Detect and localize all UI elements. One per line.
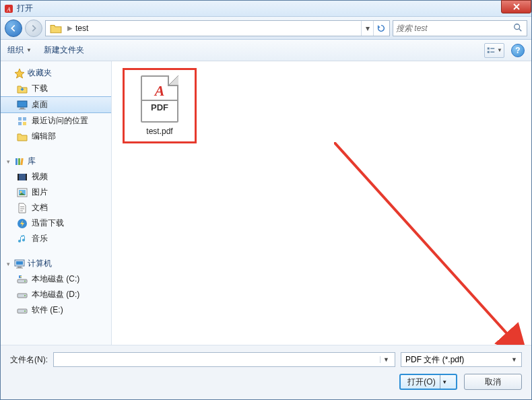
tree-favorites: 收藏夹 下载 桌面 最近访问的位置 编辑部 [1,65,111,144]
svg-rect-12 [23,117,26,121]
sidebar-item-thunder[interactable]: 迅雷下载 [1,215,111,231]
tree-item-label: 下载 [32,83,48,94]
music-icon [17,234,28,244]
help-button[interactable]: ? [511,44,525,57]
app-icon: A [3,3,14,14]
search-icon[interactable] [513,23,524,34]
svg-point-34 [24,295,26,296]
tree-label: 计算机 [28,258,52,269]
svg-rect-16 [18,158,20,165]
folder-icon [17,131,28,142]
svg-line-37 [334,142,523,345]
filename-combobox[interactable]: ▼ [53,352,395,367]
filename-label: 文件名(N): [10,354,48,366]
search-input[interactable] [396,24,513,33]
tree-item-label: 软件 (E:) [32,304,63,316]
svg-rect-15 [15,158,18,165]
forward-button[interactable] [25,20,42,37]
cancel-button[interactable]: 取消 [464,374,522,390]
sidebar-item-drive-c[interactable]: 本地磁盘 (C:) [1,271,111,287]
svg-rect-8 [18,101,27,107]
download-folder-icon [17,84,28,94]
svg-rect-27 [18,267,22,268]
sidebar-item-documents[interactable]: 文档 [1,200,111,215]
new-folder-button[interactable]: 新建文件夹 [44,44,84,56]
tree-header-favorites[interactable]: 收藏夹 [1,65,111,81]
filter-label: PDF 文件 (*.pdf) [405,354,464,366]
tree-item-label: 桌面 [32,99,48,110]
svg-line-3 [519,28,522,31]
open-button[interactable]: 打开(O) ▼ [399,374,457,390]
tree-item-label: 最近访问的位置 [32,115,88,127]
pdf-file-icon: A PDF [141,75,178,123]
chevron-right-icon: ▶ [67,24,73,32]
file-type-filter[interactable]: PDF 文件 (*.pdf) ▼ [401,352,522,367]
sidebar-item-desktop[interactable]: 桌面 [1,96,111,113]
caret-down-icon[interactable]: ▼ [380,356,392,363]
path-segment[interactable]: test [75,24,88,33]
tree-item-label: 编辑部 [32,131,56,142]
svg-rect-9 [20,108,24,109]
dialog-footer: 文件名(N): ▼ PDF 文件 (*.pdf) ▼ 打开(O) ▼ 取消 [1,345,531,399]
svg-rect-11 [18,117,22,121]
svg-rect-26 [16,261,23,265]
organize-menu[interactable]: 组织 ▼ [7,44,32,56]
document-icon [17,203,28,213]
svg-rect-10 [19,108,26,109]
sidebar-item-recent[interactable]: 最近访问的位置 [1,113,111,129]
sidebar-item-downloads[interactable]: 下载 [1,81,111,96]
tree-label: 库 [28,156,36,167]
new-folder-label: 新建文件夹 [44,44,84,56]
refresh-button[interactable] [373,21,388,36]
titlebar: A 打开 [1,1,531,17]
thunder-icon [17,218,28,229]
tree-item-label: 迅雷下载 [32,218,64,229]
caret-down-icon: ▾ [5,158,11,165]
view-mode-button[interactable]: ▼ [484,43,504,58]
tree-item-label: 本地磁盘 (C:) [32,273,79,285]
file-list-area[interactable]: A PDF test.pdf [112,61,531,345]
sidebar-item-drive-d[interactable]: 本地磁盘 (D:) [1,287,111,302]
tree-item-label: 文档 [32,202,48,213]
svg-rect-13 [18,122,22,125]
libraries-icon [14,156,25,167]
pdf-icon-label: PDF [142,100,177,112]
svg-rect-4 [488,47,490,49]
svg-rect-5 [488,51,490,53]
breadcrumb-path[interactable]: ▶ test ▾ [45,20,390,36]
path-dropdown-icon[interactable]: ▾ [361,21,373,36]
file-item-pdf[interactable]: A PDF test.pdf [123,68,197,143]
search-box[interactable] [393,20,527,36]
sidebar-item-video[interactable]: 视频 [1,169,111,185]
tree-item-label: 本地磁盘 (D:) [32,289,79,300]
tree-header-computer[interactable]: ▾ 计算机 [1,256,111,271]
dialog-body: 收藏夹 下载 桌面 最近访问的位置 编辑部 [1,61,531,345]
picture-icon [17,187,28,198]
sidebar-item-pictures[interactable]: 图片 [1,185,111,200]
open-split-caret[interactable]: ▼ [440,375,449,389]
svg-rect-20 [26,174,27,180]
tree-item-label: 音乐 [32,233,48,244]
svg-rect-19 [18,174,19,180]
caret-down-icon: ▼ [26,47,32,53]
sidebar-item-editor[interactable]: 编辑部 [1,129,111,144]
svg-rect-14 [23,122,26,125]
toolbar: 组织 ▼ 新建文件夹 ▼ ? [1,40,531,61]
svg-rect-6 [490,48,494,49]
tree-header-libraries[interactable]: ▾ 库 [1,154,111,169]
svg-rect-7 [490,51,494,53]
video-icon [17,172,28,182]
window-title: 打开 [17,3,33,14]
open-dialog-window: A 打开 ▶ test ▾ [0,0,532,400]
navbar: ▶ test ▾ [1,17,531,40]
cancel-button-label: 取消 [485,376,501,388]
close-button[interactable] [501,0,531,13]
tree-label: 收藏夹 [28,67,52,79]
recent-icon [17,116,28,127]
annotation-arrow [334,142,531,345]
back-button[interactable] [5,20,22,37]
tree-computer: ▾ 计算机 本地磁盘 (C:) 本地磁盘 (D:) 软件 (E:) [1,256,111,318]
sidebar-item-drive-e[interactable]: 软件 (E:) [1,302,111,318]
sidebar-item-music[interactable]: 音乐 [1,231,111,246]
caret-down-icon: ▼ [511,356,517,363]
